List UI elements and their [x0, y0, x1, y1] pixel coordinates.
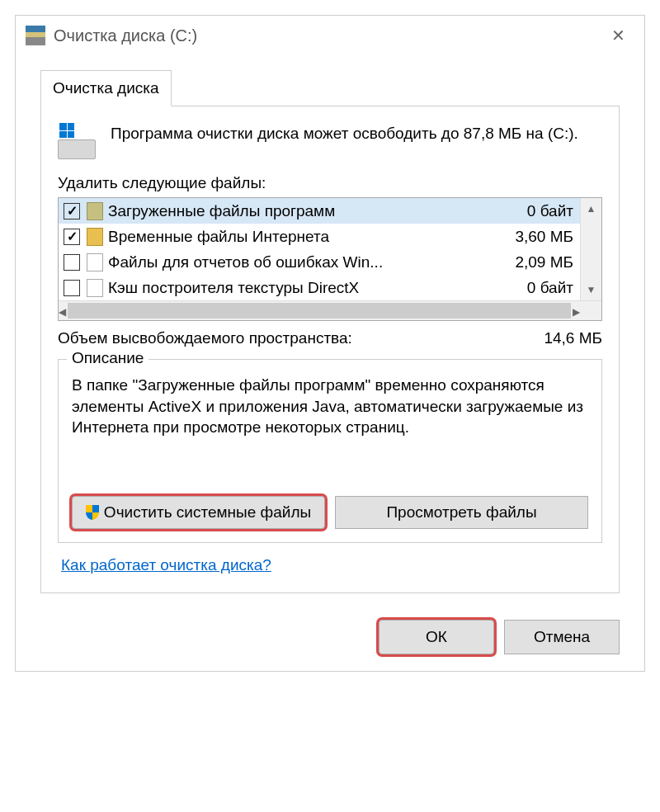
vertical-scrollbar[interactable]: ▲ ▼ [580, 198, 601, 300]
tab-disk-cleanup[interactable]: Очистка диска [40, 70, 172, 106]
file-name: Файлы для отчетов об ошибках Win... [108, 253, 508, 271]
file-size: 3,60 МБ [508, 228, 573, 246]
description-text: В папке "Загруженные файлы программ" вре… [72, 375, 588, 438]
clean-system-label: Очистить системные файлы [104, 503, 311, 522]
doc-icon [87, 279, 103, 297]
close-button[interactable]: ✕ [601, 23, 634, 48]
disk-icon [58, 123, 97, 159]
view-files-label: Просмотреть файлы [386, 503, 536, 522]
view-files-button[interactable]: Просмотреть файлы [335, 496, 588, 529]
file-row[interactable]: Временные файлы Интернета3,60 МБ [59, 224, 580, 249]
help-link[interactable]: Как работает очистка диска? [61, 556, 271, 574]
file-name: Временные файлы Интернета [108, 228, 508, 246]
file-name: Кэш построителя текстуры DirectX [108, 279, 521, 297]
cancel-label: Отмена [534, 628, 590, 646]
titlebar: Очистка диска (C:) ✕ [16, 16, 644, 55]
freespace-label: Объем высвобождаемого пространства: [58, 329, 352, 347]
file-row[interactable]: Файлы для отчетов об ошибках Win...2,09 … [59, 249, 580, 275]
file-checkbox[interactable] [64, 229, 80, 245]
lock-icon [87, 228, 103, 246]
freespace-value: 14,6 МБ [544, 329, 602, 347]
file-row[interactable]: Загруженные файлы программ0 байт [59, 198, 580, 224]
file-checkbox[interactable] [64, 203, 80, 220]
info-row: Программа очистки диска может освободить… [58, 123, 602, 159]
file-name: Загруженные файлы программ [108, 202, 521, 220]
scroll-down-icon[interactable]: ▼ [581, 279, 601, 300]
file-checkbox[interactable] [64, 254, 80, 271]
doc-icon [87, 253, 103, 271]
file-size: 2,09 МБ [508, 253, 573, 271]
file-row[interactable]: Кэш построителя текстуры DirectX0 байт [59, 275, 580, 300]
info-text: Программа очистки диска может освободить… [111, 123, 578, 144]
content-area: Очистка диска Программа очистки диска мо… [16, 70, 644, 613]
horizontal-scrollbar[interactable]: ◀ ▶ [59, 300, 601, 320]
scroll-up-icon[interactable]: ▲ [581, 198, 601, 220]
file-size: 0 байт [521, 279, 573, 297]
file-list: Загруженные файлы программ0 байтВременны… [58, 197, 602, 321]
cancel-button[interactable]: Отмена [504, 620, 620, 654]
freespace-row: Объем высвобождаемого пространства: 14,6… [58, 329, 602, 347]
shield-icon [86, 505, 99, 520]
disk-cleanup-window: Очистка диска (C:) ✕ Очистка диска Прогр… [15, 15, 645, 672]
description-group: Описание В папке "Загруженные файлы прог… [58, 359, 602, 543]
file-size: 0 байт [521, 202, 573, 220]
ok-button[interactable]: ОК [379, 620, 494, 654]
tabs: Очистка диска [40, 70, 620, 106]
action-row: Очистить системные файлы Просмотреть фай… [72, 496, 588, 529]
clean-system-files-button[interactable]: Очистить системные файлы [72, 496, 325, 529]
tab-panel: Программа очистки диска может освободить… [40, 106, 620, 593]
folder-icon [87, 202, 103, 220]
footer: ОК Отмена [16, 613, 644, 671]
scroll-right-icon[interactable]: ▶ [573, 301, 580, 323]
ok-label: ОК [426, 628, 447, 646]
window-title: Очистка диска (C:) [54, 26, 601, 45]
file-checkbox[interactable] [64, 280, 80, 296]
scroll-left-icon[interactable]: ◀ [59, 301, 66, 323]
app-icon [26, 26, 45, 45]
group-title: Описание [67, 349, 148, 367]
files-label: Удалить следующие файлы: [58, 174, 602, 192]
